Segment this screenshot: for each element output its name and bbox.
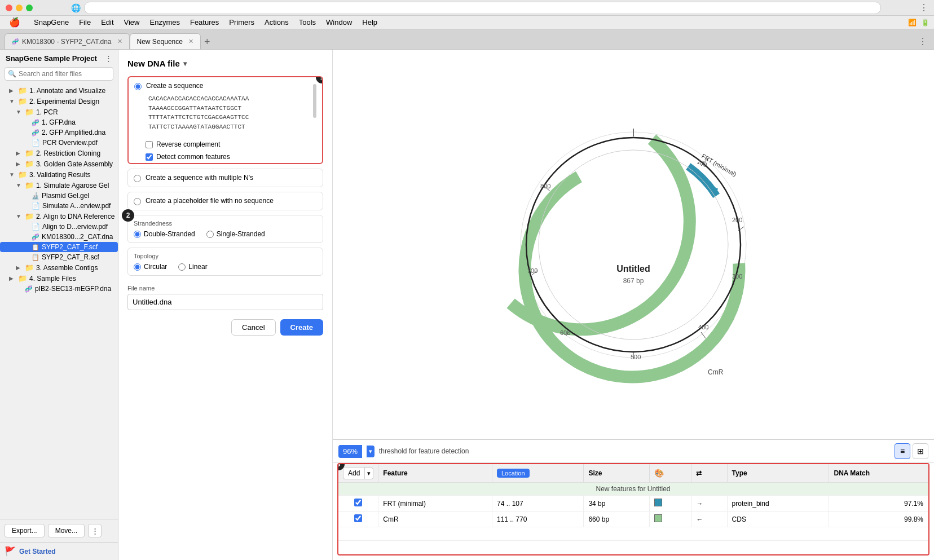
file-name-input[interactable]	[127, 294, 323, 310]
radio-single-stranded[interactable]: Single-Stranded	[206, 230, 265, 238]
sidebar-item-assemble[interactable]: ▶ 📁 3. Assemble Contigs	[0, 262, 118, 273]
sidebar-item-pib2[interactable]: ▶ 🧬 pIB2-SEC13-mEGFP.dna	[0, 284, 118, 294]
menu-enzymes[interactable]: Enzymes	[145, 17, 184, 28]
radio-linear-input[interactable]	[178, 263, 186, 271]
grid-view-button[interactable]: ⊞	[913, 443, 928, 459]
row2-check[interactable]	[338, 512, 378, 527]
checkbox-detect[interactable]	[146, 153, 153, 161]
tab-km018300-close[interactable]: ✕	[117, 38, 122, 45]
sidebar-item-align-pdf[interactable]: ▶ 📄 Align to D...erview.pdf	[0, 222, 118, 232]
radio-create-ns[interactable]	[134, 175, 141, 182]
row2-location: 111 .. 770	[492, 512, 583, 527]
export-button[interactable]: Export...	[5, 524, 45, 537]
menu-features[interactable]: Features	[186, 17, 223, 28]
sidebar-item-gfp[interactable]: ▶ 🧬 1. GFP.dna	[0, 117, 118, 127]
radio-create-sequence[interactable]	[134, 83, 142, 90]
option-create-ns[interactable]: Create a sequence with multiple N's	[127, 169, 323, 187]
radio-double-stranded-input[interactable]	[134, 231, 141, 238]
row2-checkbox[interactable]	[354, 514, 362, 522]
search-input[interactable]	[5, 67, 113, 81]
menu-snapgene[interactable]: SnapGene	[29, 17, 73, 28]
radio-placeholder[interactable]	[134, 198, 141, 205]
svg-text:600: 600	[560, 329, 570, 336]
sidebar-item-syfp2f[interactable]: ▶ 📋 SYFP2_CAT_F.scf	[0, 242, 118, 252]
apple-menu[interactable]: 🍎	[5, 16, 25, 29]
sidebar-item-annotate[interactable]: ▶ 📁 1. Annotate and Visualize	[0, 85, 118, 96]
sidebar-item-cloning[interactable]: ▶ 📁 2. Restriction Cloning	[0, 148, 118, 158]
sidebar-menu-icon[interactable]: ⋮	[105, 54, 112, 63]
threshold-dropdown[interactable]: ▾	[367, 446, 375, 457]
folder-icon: 📁	[18, 97, 27, 105]
row1-feature: FRT (minimal)	[378, 496, 492, 512]
radio-single-stranded-input[interactable]	[206, 231, 214, 238]
tab-new-sequence-close[interactable]: ✕	[188, 38, 193, 45]
folder-icon: 📁	[25, 212, 34, 221]
menu-file[interactable]: File	[74, 17, 95, 28]
radio-linear[interactable]: Linear	[178, 263, 207, 271]
minimize-button[interactable]	[16, 5, 23, 11]
sidebar-item-simulate-label: 1. Simulate Agarose Gel	[36, 182, 109, 189]
sidebar-item-pcr-pdf[interactable]: ▶ 📄 PCR Overview.pdf	[0, 138, 118, 148]
option-create-sequence[interactable]: 1 Create a sequence CACACAACCACACCACACCA…	[127, 76, 323, 164]
menu-edit[interactable]: Edit	[96, 17, 118, 28]
add-dropdown[interactable]: ▾	[365, 468, 373, 479]
menu-help[interactable]: Help	[358, 17, 382, 28]
topology-label: Topology	[134, 253, 317, 259]
tab-add-button[interactable]: +	[204, 37, 210, 49]
tab-menu-button[interactable]: ⋮	[916, 34, 929, 49]
new-features-header-row: New features for Untitled	[338, 483, 928, 496]
tab-km018300[interactable]: 🧬 KM018300 - SYFP2_CAT.dna ✕	[5, 33, 130, 49]
sidebar-item-gfp2[interactable]: ▶ 🧬 2. GFP Amplified.dna	[0, 127, 118, 138]
fullscreen-button[interactable]	[26, 5, 33, 11]
sidebar-item-pcr[interactable]: ▼ 📁 1. PCR	[0, 107, 118, 117]
location-button[interactable]: Location	[497, 469, 530, 478]
sidebar-item-align[interactable]: ▼ 📁 2. Align to DNA Reference	[0, 211, 118, 222]
sidebar-item-syfp2r[interactable]: ▶ 📋 SYFP2_CAT_R.scf	[0, 252, 118, 262]
checkbox-reverse[interactable]	[146, 141, 153, 148]
file-name-label: File name	[127, 285, 323, 292]
menu-primers[interactable]: Primers	[224, 17, 259, 28]
sys-icon-2[interactable]: 🔋	[921, 19, 929, 27]
scroll-indicator	[313, 84, 316, 118]
threshold-button[interactable]: 96%	[338, 445, 362, 458]
folder-icon: 📁	[25, 181, 34, 189]
sys-icon-1[interactable]: 📶	[908, 19, 917, 27]
row2-color	[650, 512, 691, 527]
sequence-text[interactable]: CACACAACCACACCACACCACAAATAA TAAAAGCCGGAT…	[146, 92, 309, 134]
menu-actions[interactable]: Actions	[260, 17, 293, 28]
more-icon[interactable]: ⋮	[919, 2, 928, 13]
chevron-down-icon: ▼	[16, 182, 23, 188]
menu-view[interactable]: View	[120, 17, 144, 28]
col-dir: ⇄	[691, 464, 727, 483]
move-button[interactable]: Move...	[48, 524, 85, 537]
radio-double-stranded[interactable]: Double-Stranded	[134, 230, 195, 238]
sidebar-item-sim-pdf[interactable]: ▶ 📄 Simulate A...erview.pdf	[0, 201, 118, 211]
sidebar-item-km018300[interactable]: ▶ 🧬 KM018300...2_CAT.dna	[0, 232, 118, 242]
radio-circular[interactable]: Circular	[134, 263, 167, 271]
row2-feature: CmR	[378, 512, 492, 527]
sidebar-item-golden[interactable]: ▶ 📁 3. Golden Gate Assembly	[0, 158, 118, 169]
strandedness-options: Double-Stranded Single-Stranded	[134, 230, 317, 238]
menu-tools[interactable]: Tools	[294, 17, 320, 28]
sidebar-item-experimental[interactable]: ▼ 📁 2. Experimental Design	[0, 96, 118, 107]
sidebar-item-sample[interactable]: ▶ 📁 4. Sample Files	[0, 273, 118, 284]
list-view-button[interactable]: ≡	[895, 443, 910, 459]
menu-window[interactable]: Window	[321, 17, 356, 28]
get-started-bar[interactable]: 🚩 Get Started	[0, 542, 118, 560]
create-button[interactable]: Create	[280, 319, 323, 336]
option-placeholder[interactable]: Create a placeholder file with no sequen…	[127, 192, 323, 210]
tab-new-sequence[interactable]: New Sequence ✕	[130, 33, 201, 49]
sidebar-item-simulate[interactable]: ▼ 📁 1. Simulate Agarose Gel	[0, 180, 118, 191]
sidebar-item-plasmid[interactable]: ▶ 🔬 Plasmid Gel.gel	[0, 191, 118, 201]
radio-circular-input[interactable]	[134, 263, 141, 271]
row1-check[interactable]	[338, 496, 378, 512]
sidebar-item-validating[interactable]: ▼ 📁 3. Validating Results	[0, 169, 118, 180]
address-input[interactable]	[84, 2, 881, 14]
checkbox-detect-label: Detect common features	[156, 153, 230, 161]
cancel-button[interactable]: Cancel	[231, 319, 275, 336]
close-button[interactable]	[6, 5, 12, 11]
dropdown-arrow-icon[interactable]: ▾	[183, 60, 187, 68]
sidebar-more-button[interactable]: ⋮	[88, 524, 102, 537]
add-button[interactable]: Add	[343, 467, 365, 479]
row1-checkbox[interactable]	[354, 499, 362, 506]
